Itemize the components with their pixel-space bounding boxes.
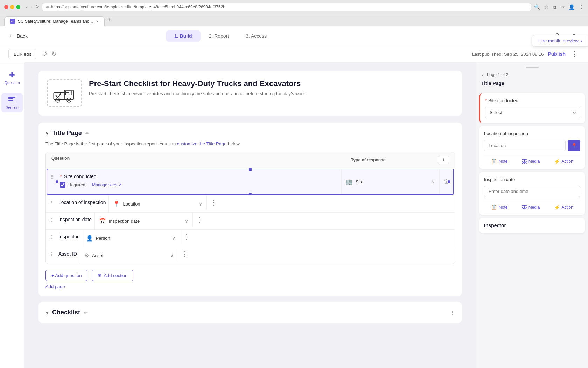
date-media-button[interactable]: 🖼 Media: [522, 204, 540, 210]
zoom-icon[interactable]: 🔍: [534, 4, 540, 10]
add-question-button[interactable]: + Add question: [46, 270, 88, 281]
add-section-sidebar-button[interactable]: Section: [1, 93, 23, 112]
response-chevron-icon[interactable]: ∨: [172, 235, 175, 241]
back-nav-icon[interactable]: ‹: [26, 4, 28, 10]
inspection-date-label: Inspection date: [484, 177, 580, 182]
row-actions: ⋮: [178, 247, 192, 261]
drag-handle[interactable]: ⠿: [46, 213, 56, 228]
response-type-icon: 🏢: [346, 179, 353, 185]
tab-close-icon[interactable]: ✕: [96, 20, 99, 23]
date-note-button[interactable]: 📋 Note: [491, 204, 507, 210]
collapse-checklist-icon[interactable]: ∨: [46, 310, 49, 315]
tab-build[interactable]: 1. Build: [166, 30, 201, 42]
response-type-icon: 📅: [99, 218, 106, 224]
add-response-type-button[interactable]: +: [438, 156, 449, 164]
redo-button[interactable]: ↻: [50, 49, 58, 59]
drag-handle[interactable]: ⠿: [46, 247, 56, 262]
tab-access[interactable]: 3. Access: [237, 30, 275, 42]
hide-mobile-preview-button[interactable]: Hide mobile preview ›: [532, 35, 588, 47]
question-text: Asset ID: [56, 247, 80, 261]
profile-icon[interactable]: 👤: [569, 4, 575, 10]
location-of-inspection-card: Location of inspection 📍 📋 Note 🖼 Media …: [479, 126, 585, 169]
response-type-cell: ⚙ Asset ∨: [80, 247, 178, 264]
date-input[interactable]: [484, 186, 580, 197]
required-row: Required | Manage sites ↗: [60, 182, 338, 188]
url-security-icon: ⊕: [46, 5, 49, 9]
tab-title: SC SafetyCulture: Manage Teams and...: [18, 19, 93, 24]
drag-handle[interactable]: ⠿: [46, 230, 56, 245]
location-note-button[interactable]: 📋 Note: [491, 159, 507, 164]
response-chevron-icon[interactable]: ∨: [170, 252, 174, 258]
template-description: Pre-start checklist to ensure vehicles a…: [89, 91, 306, 96]
maximize-dot[interactable]: [16, 5, 20, 9]
row-more-button[interactable]: ⋮: [178, 247, 191, 261]
response-type-label: Inspection date: [109, 218, 182, 224]
drag-handle[interactable]: ⠿: [46, 195, 56, 211]
add-section-icon: ⊞: [98, 273, 102, 278]
reload-icon[interactable]: ↻: [35, 4, 39, 10]
row-actions: 🗑: [439, 169, 453, 194]
site-conducted-label: * Site conducted: [485, 98, 580, 103]
template-icon: [47, 79, 82, 107]
back-button[interactable]: ← Back: [8, 32, 28, 40]
checklist-more-icon[interactable]: ⋮: [450, 310, 455, 315]
browser-tab-bar: SC SC SafetyCulture: Manage Teams and...…: [0, 14, 588, 26]
undo-button[interactable]: ↺: [41, 49, 49, 59]
response-chevron-icon[interactable]: ∨: [199, 201, 202, 207]
bulk-edit-button[interactable]: Bulk edit: [8, 49, 36, 59]
svg-rect-3: [8, 102, 15, 102]
extensions-icon[interactable]: ⧉: [553, 4, 556, 10]
tab-report[interactable]: 2. Report: [201, 30, 238, 42]
active-browser-tab[interactable]: SC SC SafetyCulture: Manage Teams and...…: [4, 16, 105, 26]
section-description: The Title Page is the first page of your…: [46, 141, 455, 146]
tab-favicon: SC: [10, 19, 15, 24]
minimize-dot[interactable]: [10, 5, 14, 9]
url-bar[interactable]: ⊕ https://app.safetyculture.com/template…: [42, 3, 531, 11]
response-column-header: Type of response +: [351, 156, 449, 164]
add-section-button[interactable]: ⊞ Add section: [92, 270, 133, 281]
location-action-button[interactable]: ⚡ Action: [554, 159, 573, 164]
manage-sites-link[interactable]: Manage sites ↗: [92, 182, 122, 187]
header-tabs: 1. Build 2. Report 3. Access: [166, 30, 275, 42]
question-text: Inspector: [56, 230, 82, 244]
question-text: Inspection date: [56, 213, 94, 227]
undo-redo-group: ↺ ↻: [41, 49, 58, 59]
location-pin-icon: 📍: [571, 143, 577, 148]
location-input[interactable]: [484, 140, 566, 151]
response-type-cell: 👤 Person ∨: [82, 230, 180, 247]
row-more-button[interactable]: ⋮: [193, 213, 206, 227]
menu-icon[interactable]: ⋮: [579, 4, 584, 10]
add-page-link[interactable]: Add page: [46, 284, 65, 289]
row-more-button[interactable]: ⋮: [208, 195, 220, 209]
row-more-button[interactable]: ⋮: [180, 230, 193, 244]
location-media-button[interactable]: 🖼 Media: [522, 159, 540, 164]
response-chevron-icon[interactable]: ∨: [185, 218, 188, 224]
tablet-icon[interactable]: ▱: [561, 4, 565, 10]
new-tab-button[interactable]: +: [105, 14, 113, 26]
collapse-icon[interactable]: ∨: [46, 131, 49, 136]
site-conducted-card: * Site conducted Select: [479, 93, 585, 123]
publish-button[interactable]: Publish: [548, 51, 566, 57]
edit-checklist-icon[interactable]: ✏: [84, 310, 88, 315]
add-question-sidebar-button[interactable]: ✚ Question: [1, 68, 22, 88]
rp-page-header: ∨ Page 1 of 2: [476, 71, 588, 78]
hide-mobile-preview-container: Hide mobile preview ›: [532, 35, 588, 47]
close-dot[interactable]: [4, 5, 8, 9]
date-action-button[interactable]: ⚡ Action: [554, 204, 573, 210]
action-icon: ⚡: [554, 159, 560, 164]
required-checkbox[interactable]: [60, 182, 65, 188]
customize-link[interactable]: customize the Title Page: [177, 141, 227, 146]
response-chevron-icon[interactable]: ∨: [432, 179, 435, 185]
response-type-label: Location: [123, 201, 196, 207]
star-icon[interactable]: ☆: [544, 4, 549, 10]
forward-nav-icon[interactable]: ›: [30, 4, 32, 10]
sidebar-section-label: Section: [6, 105, 19, 110]
toolbar-more-icon[interactable]: ⋮: [570, 50, 580, 58]
media-icon: 🖼: [522, 159, 527, 164]
site-conducted-select[interactable]: Select: [485, 107, 580, 118]
sidebar-question-label: Question: [4, 81, 20, 85]
question-text-input[interactable]: [63, 173, 338, 180]
edit-section-icon[interactable]: ✏: [85, 131, 90, 136]
location-pin-button[interactable]: 📍: [568, 140, 580, 151]
collapse-page-icon[interactable]: ∨: [481, 72, 484, 77]
